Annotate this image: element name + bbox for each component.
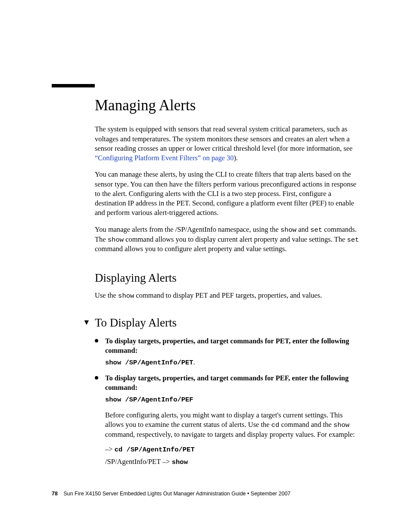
inline-code: show bbox=[118, 292, 134, 300]
inline-code: show bbox=[108, 236, 124, 244]
footer-title: Sun Fire X4150 Server Embedded Lights Ou… bbox=[63, 491, 290, 497]
intro-paragraph-3: You manage alerts from the /SP/AgentInfo… bbox=[95, 225, 359, 254]
command-text: show /SP/AgentInfo/PET bbox=[105, 359, 193, 367]
heading-2: Displaying Alerts bbox=[95, 271, 359, 285]
text: command allows you to configure alert pr… bbox=[95, 245, 286, 253]
command-line: show /SP/AgentInfo/PEF bbox=[105, 395, 359, 404]
text: ). bbox=[234, 154, 238, 162]
inline-code: set bbox=[310, 226, 322, 234]
heading-1: Managing Alerts bbox=[95, 97, 359, 114]
command-text: show bbox=[172, 458, 188, 466]
list-item: To display targets, properties, and targ… bbox=[105, 336, 359, 367]
text: command and the bbox=[279, 420, 333, 429]
section-rule bbox=[52, 84, 95, 87]
text: command to display PET and PEF targets, … bbox=[134, 291, 322, 299]
prompt: –> bbox=[105, 445, 115, 453]
text: The system is equipped with sensors that… bbox=[95, 125, 352, 152]
text: command, respectively, to navigate to ta… bbox=[105, 430, 355, 439]
text: and bbox=[296, 225, 310, 233]
text: . bbox=[193, 358, 195, 366]
page-footer: 78 Sun Fire X4150 Server Embedded Lights… bbox=[52, 491, 290, 497]
document-page: Managing Alerts The system is equipped w… bbox=[0, 0, 411, 532]
triangle-down-icon: ▼ bbox=[83, 318, 90, 327]
command-text: cd /SP/AgentInfo/PET bbox=[115, 446, 195, 454]
xref-link[interactable]: “Configuring Platform Event Filters” on … bbox=[95, 154, 234, 162]
example-line-2: /SP/AgentInfo/PET –> show bbox=[105, 457, 359, 467]
heading-3-procedure: ▼ To Display Alerts bbox=[95, 316, 359, 330]
command-line: show /SP/AgentInfo/PET. bbox=[105, 358, 359, 367]
path-text: /SP/AgentInfo/PET –> bbox=[105, 457, 172, 466]
inline-code: show bbox=[333, 421, 349, 429]
heading-3-title: To Display Alerts bbox=[95, 316, 177, 329]
step-body: Before configuring alerts, you might wan… bbox=[105, 411, 359, 439]
step-lead: To display targets, properties, and targ… bbox=[105, 336, 359, 356]
text: Use the bbox=[95, 291, 118, 299]
inline-code: cd bbox=[271, 421, 280, 429]
procedure-list: To display targets, properties, and targ… bbox=[105, 336, 359, 467]
intro-paragraph-1: The system is equipped with sensors that… bbox=[95, 124, 359, 163]
example-line-1: –> cd /SP/AgentInfo/PET bbox=[105, 445, 359, 454]
inline-code: show bbox=[280, 226, 296, 234]
inline-code: set bbox=[347, 236, 359, 244]
page-number: 78 bbox=[52, 491, 58, 497]
step-lead: To display targets, properties, and targ… bbox=[105, 373, 359, 393]
intro-paragraph-2: You can manage these alerts, by using th… bbox=[95, 170, 359, 218]
text: You manage alerts from the /SP/AgentInfo… bbox=[95, 225, 280, 233]
list-item: To display targets, properties, and targ… bbox=[105, 373, 359, 467]
text: command allows you to display current al… bbox=[124, 235, 347, 243]
section2-paragraph: Use the show command to display PET and … bbox=[95, 291, 359, 301]
